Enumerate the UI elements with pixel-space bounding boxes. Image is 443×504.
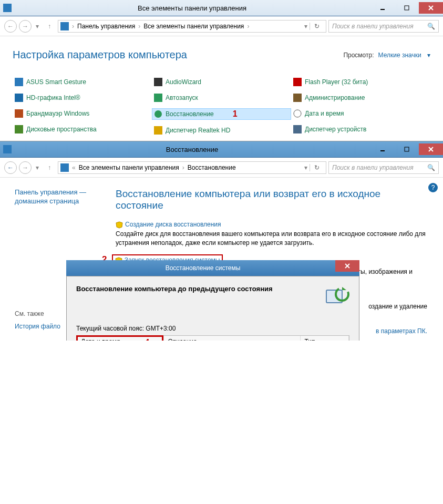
chevron-right-icon[interactable]: › xyxy=(137,23,141,30)
clock-icon xyxy=(293,109,302,118)
annotation-1: 1 xyxy=(233,109,238,119)
search-icon[interactable]: 🔍 xyxy=(427,164,435,171)
breadcrumb[interactable]: Восстановление xyxy=(186,164,238,171)
control-panel-icon xyxy=(60,22,69,30)
create-recovery-disk-link[interactable]: Создание диска восстановления xyxy=(125,221,221,228)
w1-title: Все элементы панели управления xyxy=(14,4,370,12)
cp-item[interactable]: Дата и время xyxy=(291,108,430,119)
annotation-4-highlight xyxy=(76,335,163,341)
search-placeholder: Поиск в панели управления xyxy=(332,164,414,171)
svg-rect-9 xyxy=(154,94,162,102)
svg-rect-13 xyxy=(293,94,302,102)
disk-icon xyxy=(15,125,23,133)
chevron-right-icon[interactable]: › xyxy=(181,164,186,171)
titlebar-w2: Восстановление xyxy=(0,141,443,158)
svg-rect-11 xyxy=(154,126,162,135)
system-restore-icon xyxy=(323,283,349,309)
help-icon[interactable]: ? xyxy=(428,183,438,192)
system-restore-dialog: Восстановление системы Восстановление ко… xyxy=(66,260,359,341)
chevron-right-icon[interactable]: › xyxy=(246,23,250,30)
breadcrumb[interactable]: Все элементы панели управления xyxy=(141,23,246,30)
recovery-icon xyxy=(3,145,12,153)
address-dropdown[interactable]: ▾ xyxy=(302,164,310,171)
firewall-icon xyxy=(15,109,23,118)
forward-button[interactable]: → xyxy=(19,161,32,174)
close-button[interactable] xyxy=(419,2,443,14)
refresh-icon[interactable]: ↻ xyxy=(310,23,324,30)
svg-rect-15 xyxy=(293,125,302,133)
cp-item[interactable]: AudioWizard xyxy=(152,77,291,87)
svg-rect-6 xyxy=(15,109,23,118)
address-bar[interactable]: « Все элементы панели управления › Восст… xyxy=(58,161,326,174)
nav-history-dropdown[interactable]: ▾ xyxy=(34,23,41,30)
w1-content: Настройка параметров компьютера Просмотр… xyxy=(0,36,443,141)
flash-icon xyxy=(293,78,302,86)
breadcrumb[interactable]: Панель управления xyxy=(75,23,137,30)
refresh-icon[interactable]: ↻ xyxy=(310,164,324,171)
sidebar-home-link[interactable]: Панель управления — домашняя страница xyxy=(15,188,109,206)
search-icon[interactable]: 🔍 xyxy=(427,23,435,30)
col-desc[interactable]: Описание xyxy=(163,336,300,341)
minimize-button[interactable] xyxy=(370,143,395,155)
search-input[interactable]: Поиск в панели управления 🔍 xyxy=(328,161,439,174)
navbar-w1: ← → ▾ ↑ › Панель управления › Все элемен… xyxy=(0,16,443,36)
nav-history-dropdown[interactable]: ▾ xyxy=(34,164,41,171)
chevron-down-icon[interactable]: ▾ xyxy=(426,52,430,59)
cp-item[interactable]: Автозапуск xyxy=(152,92,291,103)
up-button[interactable]: ↑ xyxy=(43,20,56,33)
cp-item[interactable]: ASUS Smart Gesture xyxy=(13,77,152,87)
svg-rect-1 xyxy=(405,6,409,10)
cp-item[interactable]: Администрирование xyxy=(291,92,430,103)
close-button[interactable] xyxy=(419,143,443,155)
cp-item[interactable]: Диспетчер Realtek HD xyxy=(152,125,291,136)
close-button[interactable] xyxy=(335,260,359,272)
svg-rect-8 xyxy=(154,78,162,86)
cp-item-recovery[interactable]: Восстановление1 xyxy=(152,108,291,120)
dialog-title: Восстановление системы xyxy=(70,264,335,272)
timezone-label: Текущий часовой пояс: GMT+3:00 xyxy=(76,325,349,332)
back-button[interactable]: ← xyxy=(4,161,17,174)
file-history-link[interactable]: История файло xyxy=(15,323,60,330)
minimize-button[interactable] xyxy=(370,2,395,14)
control-panel-icon xyxy=(60,163,69,172)
chevron-right-icon[interactable]: › xyxy=(71,23,75,30)
cp-item[interactable]: Дисковые пространства xyxy=(13,124,152,135)
svg-rect-17 xyxy=(405,147,409,151)
admin-icon xyxy=(293,94,302,102)
cp-item[interactable]: Диспетчер устройств xyxy=(291,124,430,135)
audio-icon xyxy=(154,78,162,86)
cp-item[interactable]: Flash Player (32 бита) xyxy=(291,77,430,87)
autoplay-icon xyxy=(154,94,162,102)
address-bar[interactable]: › Панель управления › Все элементы панел… xyxy=(58,20,326,33)
svg-rect-5 xyxy=(15,94,23,102)
svg-marker-24 xyxy=(342,287,346,290)
col-type[interactable]: Тип xyxy=(300,336,349,341)
recovery-disk-block: Создание диска восстановления Создайте д… xyxy=(116,221,427,247)
window-controls xyxy=(370,2,443,14)
forward-button[interactable]: → xyxy=(19,20,32,33)
chevron-left-icon[interactable]: « xyxy=(71,164,77,171)
create-recovery-disk-desc: Создайте диск для восстановления вашего … xyxy=(116,230,427,248)
view-by-value[interactable]: Мелкие значки xyxy=(378,52,421,59)
recovery-icon xyxy=(154,110,162,118)
cp-item[interactable]: Брандмауэр Windows xyxy=(13,108,152,119)
search-input[interactable]: Поиск в панели управления 🔍 xyxy=(328,20,439,33)
maximize-button[interactable] xyxy=(395,2,419,14)
back-button[interactable]: ← xyxy=(4,20,17,33)
w2-title: Восстановление xyxy=(14,146,370,153)
dialog-body: Восстановление компьютера до предыдущего… xyxy=(66,276,359,341)
cp-item[interactable]: HD-графика Intel® xyxy=(13,92,152,103)
intel-icon xyxy=(15,94,23,102)
svg-rect-4 xyxy=(15,78,23,86)
annotation-4: 4 xyxy=(145,337,149,341)
svg-point-14 xyxy=(294,110,301,117)
titlebar-w1: Все элементы панели управления xyxy=(0,0,443,16)
shield-icon xyxy=(116,221,123,229)
address-dropdown[interactable]: ▾ xyxy=(302,23,310,30)
maximize-button[interactable] xyxy=(395,143,419,155)
breadcrumb[interactable]: Все элементы панели управления xyxy=(77,164,181,171)
pc-settings-link[interactable]: в параметрах ПК. xyxy=(376,327,427,335)
svg-rect-7 xyxy=(15,125,23,133)
see-also-heading: См. также xyxy=(15,310,60,317)
up-button[interactable]: ↑ xyxy=(43,161,56,174)
